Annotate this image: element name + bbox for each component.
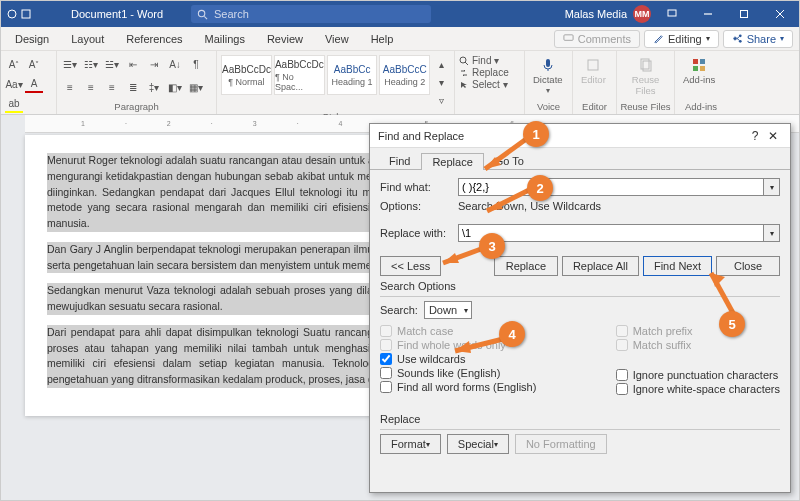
- svg-point-0: [8, 10, 16, 18]
- word-window: Document1 - Word Search Malas Media MM D…: [0, 0, 800, 501]
- tab-layout[interactable]: Layout: [61, 27, 114, 50]
- share-button[interactable]: Share▾: [723, 30, 793, 48]
- svg-rect-15: [546, 59, 550, 67]
- search-direction-select[interactable]: Down: [424, 301, 472, 319]
- tell-me-search[interactable]: Search: [191, 5, 431, 23]
- style-heading2[interactable]: AaBbCcCHeading 2: [379, 55, 430, 95]
- comment-icon: [563, 33, 574, 44]
- replace-with-input[interactable]: [458, 224, 764, 242]
- cursor-icon: [459, 80, 469, 90]
- cb-prefix: Match prefix: [616, 325, 780, 337]
- dialog-close-button[interactable]: ✕: [764, 129, 782, 143]
- svg-rect-4: [668, 10, 676, 16]
- replace-button[interactable]: Replace: [459, 67, 509, 78]
- options-label: Options:: [380, 200, 458, 212]
- tab-view[interactable]: View: [315, 27, 359, 50]
- editing-mode-button[interactable]: Editing▾: [644, 30, 719, 48]
- indent-decrease[interactable]: ⇤: [124, 55, 142, 73]
- dialog-title: Find and Replace: [378, 130, 464, 142]
- numbering[interactable]: ☷▾: [82, 55, 100, 73]
- line-spacing[interactable]: ‡▾: [145, 79, 163, 97]
- svg-rect-9: [564, 35, 573, 41]
- share-icon: [732, 33, 743, 44]
- style-heading1[interactable]: AaBbCcHeading 1: [327, 55, 378, 95]
- svg-rect-22: [700, 66, 705, 71]
- cb-ignore-punct[interactable]: Ignore punctuation characters: [616, 369, 780, 381]
- cb-suffix: Match suffix: [616, 339, 780, 351]
- editor-button[interactable]: Editor: [577, 55, 610, 87]
- avatar[interactable]: MM: [633, 5, 651, 23]
- align-right[interactable]: ≡: [103, 79, 121, 97]
- dictate-button[interactable]: Dictate▾: [529, 55, 567, 97]
- callout-1: 1: [523, 121, 549, 147]
- bullets[interactable]: ☰▾: [61, 55, 79, 73]
- svg-rect-1: [22, 10, 30, 18]
- align-left[interactable]: ≡: [61, 79, 79, 97]
- replace-one-button[interactable]: Replace: [494, 256, 558, 276]
- ribbon-options[interactable]: [657, 1, 687, 27]
- replace-icon: [459, 68, 469, 78]
- svg-rect-21: [693, 66, 698, 71]
- change-case[interactable]: Aa▾: [5, 75, 23, 93]
- search-icon: [459, 56, 469, 66]
- svg-point-2: [198, 10, 204, 16]
- multilevel[interactable]: ☱▾: [103, 55, 121, 73]
- callout-4: 4: [499, 321, 525, 347]
- addins-button[interactable]: Add-ins: [679, 55, 719, 87]
- tab-find[interactable]: Find: [378, 152, 421, 169]
- replace-all-button[interactable]: Replace All: [562, 256, 639, 276]
- close-button[interactable]: [765, 1, 795, 27]
- font-shrink[interactable]: A˅: [25, 55, 43, 73]
- format-button[interactable]: Format ▾: [380, 434, 441, 454]
- indent-increase[interactable]: ⇥: [145, 55, 163, 73]
- cb-word-forms[interactable]: Find all word forms (English): [380, 381, 536, 393]
- shading[interactable]: ◧▾: [166, 79, 184, 97]
- style-up[interactable]: ▴: [432, 55, 450, 73]
- minimize-button[interactable]: [693, 1, 723, 27]
- style-more[interactable]: ▿: [432, 91, 450, 109]
- replace-history-dropdown[interactable]: ▾: [764, 224, 780, 242]
- addins-group-label: Add-ins: [677, 101, 725, 114]
- callout-3: 3: [479, 233, 505, 259]
- ribbon-tabs: Design Layout References Mailings Review…: [1, 27, 799, 51]
- dialog-tabs: Find Replace Go To: [370, 148, 790, 170]
- style-down[interactable]: ▾: [432, 73, 450, 91]
- tab-help[interactable]: Help: [361, 27, 404, 50]
- autosave-toggle[interactable]: [1, 9, 71, 19]
- voice-group-label: Voice: [527, 101, 570, 114]
- highlight[interactable]: ab: [5, 95, 23, 113]
- font-grow[interactable]: A˄: [5, 55, 23, 73]
- reuse-button[interactable]: Reuse Files: [621, 55, 670, 98]
- cb-sounds-like[interactable]: Sounds like (English): [380, 367, 536, 379]
- svg-rect-20: [700, 59, 705, 64]
- select-button[interactable]: Select ▾: [459, 79, 509, 90]
- find-button[interactable]: Find ▾: [459, 55, 509, 66]
- style-normal[interactable]: AaBbCcDc¶ Normal: [221, 55, 272, 95]
- show-marks[interactable]: ¶: [187, 55, 205, 73]
- svg-rect-6: [741, 11, 748, 18]
- callout-5: 5: [719, 311, 745, 337]
- pencil-icon: [653, 33, 664, 44]
- document-title: Document1 - Word: [71, 8, 191, 20]
- tab-references[interactable]: References: [116, 27, 192, 50]
- svg-rect-19: [693, 59, 698, 64]
- align-center[interactable]: ≡: [82, 79, 100, 97]
- cb-ignore-space[interactable]: Ignore white-space characters: [616, 383, 780, 395]
- tab-design[interactable]: Design: [5, 27, 59, 50]
- borders[interactable]: ▦▾: [187, 79, 205, 97]
- dialog-help-button[interactable]: ?: [746, 129, 764, 143]
- svg-line-14: [465, 62, 468, 65]
- editor-group-label: Editor: [575, 101, 614, 114]
- ribbon-body: A˄ A˅ Aa▾ A ab ☰▾ ☷▾ ☱▾ ⇤ ⇥ A↓ ¶ ≡ ≡ ≡ ≣: [1, 51, 799, 115]
- font-color[interactable]: A: [25, 75, 43, 93]
- sort[interactable]: A↓: [166, 55, 184, 73]
- maximize-button[interactable]: [729, 1, 759, 27]
- tab-review[interactable]: Review: [257, 27, 313, 50]
- tab-mailings[interactable]: Mailings: [195, 27, 255, 50]
- justify[interactable]: ≣: [124, 79, 142, 97]
- find-history-dropdown[interactable]: ▾: [764, 178, 780, 196]
- style-nospace[interactable]: AaBbCcDc¶ No Spac...: [274, 55, 325, 95]
- comments-button[interactable]: Comments: [554, 30, 640, 48]
- special-button[interactable]: Special ▾: [447, 434, 509, 454]
- dialog-titlebar[interactable]: Find and Replace ? ✕: [370, 124, 790, 148]
